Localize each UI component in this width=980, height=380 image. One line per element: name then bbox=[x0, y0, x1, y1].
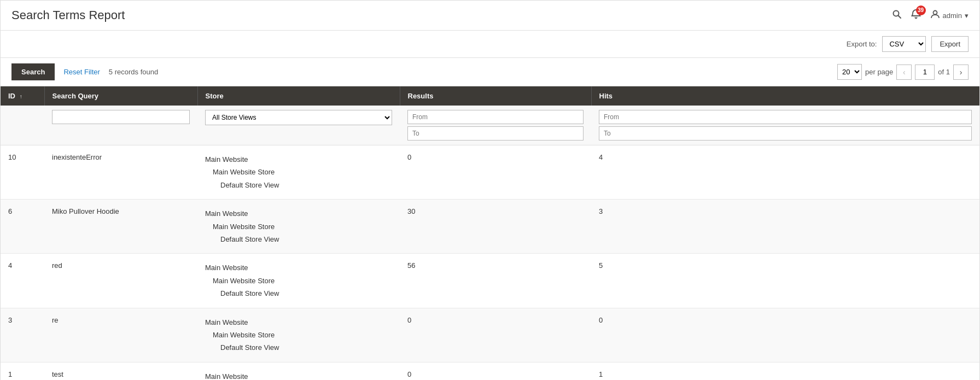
store-line: Main Website bbox=[205, 316, 392, 329]
store-line: Default Store View bbox=[205, 341, 392, 354]
cell-query: inexistenteError bbox=[44, 145, 197, 200]
cell-hits: 5 bbox=[591, 254, 979, 308]
cell-id: 1 bbox=[1, 362, 44, 380]
filter-results-to-input[interactable] bbox=[407, 126, 584, 141]
page-title: Search Terms Report bbox=[11, 8, 125, 22]
admin-menu[interactable]: admin ▾ bbox=[930, 9, 969, 22]
table-row: 3reMain WebsiteMain Website StoreDefault… bbox=[1, 308, 979, 362]
admin-avatar-icon bbox=[930, 9, 940, 22]
store-line: Main Website Store bbox=[205, 274, 392, 287]
cell-query: Miko Pullover Hoodie bbox=[44, 200, 197, 254]
filter-store-select[interactable]: All Store Views bbox=[205, 110, 392, 125]
next-page-button[interactable]: › bbox=[953, 65, 969, 80]
per-page-label: per page bbox=[865, 68, 893, 76]
cell-query: re bbox=[44, 308, 197, 362]
store-line: Default Store View bbox=[205, 179, 392, 191]
filter-id-cell bbox=[1, 106, 44, 145]
svg-line-1 bbox=[898, 15, 901, 18]
admin-label: admin bbox=[943, 11, 962, 20]
store-line: Main Website bbox=[205, 261, 392, 274]
action-bar: Search Reset Filter 5 records found 20 p… bbox=[1, 58, 979, 86]
page-of: of 1 bbox=[938, 68, 950, 76]
export-toolbar: Export to: CSV Export bbox=[1, 31, 979, 58]
table-header-row: ID ↑ Search Query Store Results Hits bbox=[1, 86, 979, 106]
filter-hits-to-input[interactable] bbox=[599, 126, 972, 141]
per-page-select[interactable]: 20 bbox=[837, 64, 862, 80]
reset-filter-link[interactable]: Reset Filter bbox=[63, 68, 100, 76]
export-button[interactable]: Export bbox=[931, 36, 969, 52]
store-line: Main Website Store bbox=[205, 329, 392, 341]
cell-store: Main WebsiteMain Website StoreDefault St… bbox=[197, 145, 400, 200]
search-button[interactable]: Search bbox=[11, 63, 55, 80]
cell-store: Main WebsiteMain Website StoreDefault St… bbox=[197, 362, 400, 380]
records-found: 5 records found bbox=[109, 68, 158, 76]
cell-hits: 4 bbox=[591, 145, 979, 200]
export-format-select[interactable]: CSV bbox=[882, 36, 926, 52]
prev-page-button[interactable]: ‹ bbox=[896, 65, 912, 80]
notification-count: 39 bbox=[916, 5, 926, 15]
filter-query-input[interactable] bbox=[52, 110, 190, 124]
export-label: Export to: bbox=[847, 40, 877, 48]
store-line: Default Store View bbox=[205, 233, 392, 245]
cell-store: Main WebsiteMain Website StoreDefault St… bbox=[197, 254, 400, 308]
cell-id: 10 bbox=[1, 145, 44, 200]
cell-results: 30 bbox=[400, 200, 591, 254]
store-line: Main Website Store bbox=[205, 166, 392, 178]
cell-results: 56 bbox=[400, 254, 591, 308]
global-search-button[interactable] bbox=[892, 9, 902, 22]
filter-hits-cell bbox=[591, 106, 979, 145]
cell-hits: 0 bbox=[591, 308, 979, 362]
cell-id: 4 bbox=[1, 254, 44, 308]
store-line: Main Website bbox=[205, 207, 392, 220]
pagination: 20 per page ‹ of 1 › bbox=[837, 64, 969, 80]
filter-results-from-input[interactable] bbox=[407, 110, 584, 124]
admin-dropdown-arrow: ▾ bbox=[965, 11, 969, 20]
svg-point-2 bbox=[933, 10, 937, 14]
col-header-id[interactable]: ID ↑ bbox=[1, 86, 44, 106]
page-number-input[interactable] bbox=[915, 65, 935, 80]
table-row: 1testMain WebsiteMain Website StoreDefau… bbox=[1, 362, 979, 380]
cell-store: Main WebsiteMain Website StoreDefault St… bbox=[197, 308, 400, 362]
cell-hits: 3 bbox=[591, 200, 979, 254]
sort-arrow-id: ↑ bbox=[20, 93, 22, 100]
filter-row: All Store Views bbox=[1, 106, 979, 145]
filter-query-cell bbox=[44, 106, 197, 145]
notification-bell[interactable]: 39 bbox=[911, 9, 921, 22]
cell-id: 6 bbox=[1, 200, 44, 254]
store-line: Main Website bbox=[205, 153, 392, 166]
table-row: 6Miko Pullover HoodieMain WebsiteMain We… bbox=[1, 200, 979, 254]
cell-results: 0 bbox=[400, 308, 591, 362]
filter-store-cell: All Store Views bbox=[197, 106, 400, 145]
table-row: 10inexistenteErrorMain WebsiteMain Websi… bbox=[1, 145, 979, 200]
cell-query: red bbox=[44, 254, 197, 308]
cell-results: 0 bbox=[400, 362, 591, 380]
col-header-store[interactable]: Store bbox=[197, 86, 400, 106]
store-line: Default Store View bbox=[205, 287, 392, 300]
cell-query: test bbox=[44, 362, 197, 380]
cell-hits: 1 bbox=[591, 362, 979, 380]
filter-results-cell bbox=[400, 106, 591, 145]
table-row: 4redMain WebsiteMain Website StoreDefaul… bbox=[1, 254, 979, 308]
store-line: Main Website bbox=[205, 370, 392, 380]
col-header-hits[interactable]: Hits bbox=[591, 86, 979, 106]
cell-store: Main WebsiteMain Website StoreDefault St… bbox=[197, 200, 400, 254]
header-actions: 39 admin ▾ bbox=[892, 9, 969, 22]
col-header-search-query[interactable]: Search Query bbox=[44, 86, 197, 106]
cell-results: 0 bbox=[400, 145, 591, 200]
col-header-results[interactable]: Results bbox=[400, 86, 591, 106]
store-line: Main Website Store bbox=[205, 220, 392, 233]
cell-id: 3 bbox=[1, 308, 44, 362]
data-table: ID ↑ Search Query Store Results Hits bbox=[1, 86, 979, 380]
filter-hits-from-input[interactable] bbox=[599, 110, 972, 124]
